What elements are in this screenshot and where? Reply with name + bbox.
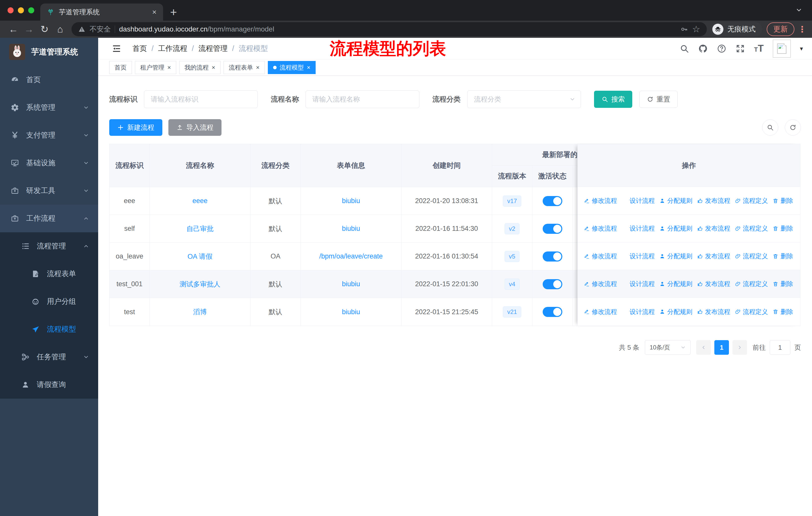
forward-button[interactable]: → [21, 21, 37, 37]
delete-link[interactable]: 删除 [773, 308, 793, 316]
process-definition-link[interactable]: 流程定义 [735, 252, 768, 260]
status-toggle[interactable] [543, 196, 562, 206]
design-process-link[interactable]: 设计流程 [621, 308, 655, 316]
assign-rule-link[interactable]: 分配规则 [659, 224, 692, 233]
reset-button[interactable]: 重置 [639, 91, 677, 108]
tag-home[interactable]: 首页 [109, 61, 132, 74]
font-size-icon[interactable]: TT [754, 43, 764, 54]
tag-close-icon[interactable]: × [307, 64, 310, 71]
tag-close-icon[interactable]: × [167, 64, 171, 71]
tab-search-chevron-icon[interactable] [795, 6, 803, 13]
key-icon[interactable] [680, 25, 688, 33]
tag-close-icon[interactable]: × [256, 64, 260, 71]
sidebar-item-task-management[interactable]: 任务管理 [0, 343, 98, 371]
reload-button[interactable]: ↻ [37, 21, 52, 37]
sidebar-item-workflow[interactable]: 工作流程 [0, 205, 98, 232]
process-key-input[interactable] [144, 90, 258, 108]
delete-link[interactable]: 删除 [773, 280, 793, 288]
tag-my-process[interactable]: 我的流程× [179, 61, 221, 74]
process-definition-link[interactable]: 流程定义 [735, 224, 768, 233]
github-icon[interactable] [698, 44, 708, 53]
refresh-table-button[interactable] [785, 119, 801, 136]
assign-rule-link[interactable]: 分配规则 [659, 252, 692, 260]
design-process-link[interactable]: 设计流程 [621, 252, 655, 260]
publish-process-link[interactable]: 发布流程 [697, 308, 730, 316]
search-icon[interactable] [679, 44, 689, 53]
design-process-link[interactable]: 设计流程 [621, 196, 655, 205]
publish-process-link[interactable]: 发布流程 [697, 196, 730, 205]
form-info-link[interactable]: biubiu [342, 308, 360, 316]
toggle-search-button[interactable] [762, 119, 778, 136]
modify-process-link[interactable]: 修改流程 [584, 280, 617, 288]
close-window-button[interactable] [7, 7, 13, 13]
breadcrumb-item[interactable]: 流程管理 [198, 44, 228, 54]
fullscreen-icon[interactable] [735, 44, 745, 53]
process-name-link[interactable]: 滔博 [193, 307, 207, 317]
search-button[interactable]: 搜索 [594, 91, 632, 108]
sidebar-item-leave-query[interactable]: 请假查询 [0, 371, 98, 399]
sidebar-item-infrastructure[interactable]: 基础设施 [0, 149, 98, 177]
form-info-link[interactable]: biubiu [342, 225, 360, 233]
status-toggle[interactable] [543, 224, 562, 234]
sidebar-item-user-group[interactable]: 用户分组 [0, 288, 98, 316]
bookmark-star-icon[interactable]: ☆ [692, 24, 700, 34]
assign-rule-link[interactable]: 分配规则 [659, 196, 692, 205]
create-process-button[interactable]: 新建流程 [109, 119, 162, 136]
tag-process-model[interactable]: 流程模型× [268, 61, 316, 74]
minimize-window-button[interactable] [18, 7, 24, 13]
avatar[interactable] [773, 39, 791, 58]
modify-process-link[interactable]: 修改流程 [584, 308, 617, 316]
publish-process-link[interactable]: 发布流程 [697, 252, 730, 260]
design-process-link[interactable]: 设计流程 [621, 280, 655, 288]
sidebar-item-process-model[interactable]: 流程模型 [0, 316, 98, 343]
status-toggle[interactable] [543, 251, 562, 262]
publish-process-link[interactable]: 发布流程 [697, 224, 730, 233]
sidebar-item-process-management[interactable]: 流程管理 [0, 232, 98, 260]
delete-link[interactable]: 删除 [773, 224, 793, 233]
process-name-link[interactable]: eeee [192, 197, 207, 205]
tab-close-icon[interactable]: × [152, 8, 156, 16]
design-process-link[interactable]: 设计流程 [621, 224, 655, 233]
goto-page-input[interactable] [770, 340, 790, 355]
assign-rule-link[interactable]: 分配规则 [659, 308, 692, 316]
breadcrumb-item[interactable]: 工作流程 [158, 44, 187, 54]
delete-link[interactable]: 删除 [773, 252, 793, 260]
new-tab-button[interactable]: + [170, 4, 177, 20]
process-name-link[interactable]: OA 请假 [187, 252, 212, 261]
avatar-caret-icon[interactable]: ▾ [800, 45, 803, 52]
process-definition-link[interactable]: 流程定义 [735, 280, 768, 288]
process-name-input[interactable] [306, 90, 419, 108]
modify-process-link[interactable]: 修改流程 [584, 224, 617, 233]
tag-process-form[interactable]: 流程表单× [224, 61, 265, 74]
next-page-button[interactable] [732, 340, 747, 355]
modify-process-link[interactable]: 修改流程 [584, 252, 617, 260]
status-toggle[interactable] [543, 279, 562, 289]
prev-page-button[interactable] [696, 340, 711, 355]
publish-process-link[interactable]: 发布流程 [697, 280, 730, 288]
process-definition-link[interactable]: 流程定义 [735, 308, 768, 316]
sidebar-toggle-icon[interactable] [112, 44, 121, 53]
address-bar[interactable]: 不安全 dashboard.yudao.iocoder.cn/bpm/manag… [71, 22, 707, 36]
form-info-link[interactable]: /bpm/oa/leave/create [319, 252, 383, 260]
sidebar-item-payment-management[interactable]: 支付管理 [0, 121, 98, 149]
back-button[interactable]: ← [5, 21, 21, 37]
status-toggle[interactable] [543, 307, 562, 317]
assign-rule-link[interactable]: 分配规则 [659, 280, 692, 288]
delete-link[interactable]: 删除 [773, 196, 793, 205]
process-definition-link[interactable]: 流程定义 [735, 196, 768, 205]
sidebar-item-process-form[interactable]: 流程表单 [0, 260, 98, 288]
modify-process-link[interactable]: 修改流程 [584, 196, 617, 205]
form-info-link[interactable]: biubiu [342, 280, 360, 288]
zoom-window-button[interactable] [28, 7, 34, 13]
update-browser-button[interactable]: 更新 [767, 22, 794, 36]
sidebar-item-system-management[interactable]: 系统管理 [0, 94, 98, 121]
browser-menu-icon[interactable]: ⋮ [798, 25, 807, 33]
browser-tab[interactable]: 芋道管理系统 × [40, 3, 163, 21]
sidebar-item-home[interactable]: 首页 [0, 66, 98, 94]
home-button[interactable]: ⌂ [52, 21, 68, 37]
process-name-link[interactable]: 自己审批 [186, 224, 214, 233]
page-size-select[interactable]: 10条/页 [645, 340, 691, 355]
tag-close-icon[interactable]: × [212, 64, 215, 71]
form-info-link[interactable]: biubiu [342, 197, 360, 205]
help-icon[interactable] [717, 44, 726, 53]
